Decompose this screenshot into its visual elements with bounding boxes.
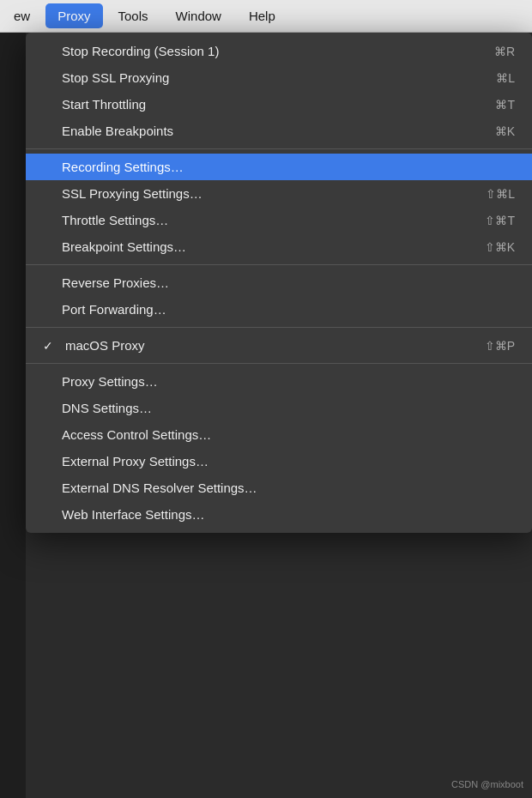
menu-item-label-proxy-settings: Proxy Settings… (43, 374, 158, 389)
menubar-item-tools[interactable]: Tools (106, 3, 160, 28)
menu-item-text-stop-recording: Stop Recording (Session 1) (62, 44, 219, 58)
menu-item-label-start-throttling: Start Throttling (43, 97, 146, 112)
menu-separator-after-macos-proxy (26, 363, 532, 364)
menu-item-text-access-control-settings: Access Control Settings… (62, 427, 211, 442)
menu-item-text-breakpoint-settings: Breakpoint Settings… (62, 239, 186, 254)
menu-item-label-recording-settings: Recording Settings… (43, 160, 184, 174)
menu-item-throttle-settings[interactable]: Throttle Settings…⇧⌘T (26, 207, 532, 233)
app-sidebar-strip (0, 33, 26, 798)
menu-item-label-reverse-proxies: Reverse Proxies… (43, 275, 169, 290)
menu-item-shortcut-breakpoint-settings: ⇧⌘K (485, 240, 515, 254)
menu-item-text-web-interface-settings: Web Interface Settings… (62, 507, 204, 522)
menu-item-shortcut-start-throttling: ⌘T (495, 98, 515, 112)
menu-item-label-external-dns-resolver: External DNS Resolver Settings… (43, 481, 257, 495)
menu-item-label-dns-settings: DNS Settings… (43, 401, 152, 415)
menu-item-start-throttling[interactable]: Start Throttling⌘T (26, 91, 532, 118)
checkmark-icon: ✓ (43, 339, 57, 353)
menu-item-label-stop-ssl: Stop SSL Proxying (43, 70, 169, 85)
menu-item-text-throttle-settings: Throttle Settings… (62, 213, 168, 227)
menu-item-label-external-proxy-settings: External Proxy Settings… (43, 454, 209, 469)
menu-item-label-breakpoint-settings: Breakpoint Settings… (43, 239, 186, 254)
menu-item-label-port-forwarding: Port Forwarding… (43, 302, 166, 317)
menubar: ew Proxy Tools Window Help (0, 0, 532, 33)
menu-item-text-dns-settings: DNS Settings… (62, 401, 152, 415)
menu-item-dns-settings[interactable]: DNS Settings… (26, 395, 532, 421)
menu-item-shortcut-throttle-settings: ⇧⌘T (485, 214, 515, 227)
menu-item-external-dns-resolver[interactable]: External DNS Resolver Settings… (26, 475, 532, 501)
menubar-item-proxy[interactable]: Proxy (45, 3, 102, 28)
menubar-item-help[interactable]: Help (237, 3, 287, 28)
menu-item-text-port-forwarding: Port Forwarding… (62, 302, 166, 317)
menu-separator-after-port-forwarding (26, 327, 532, 328)
menubar-item-ew[interactable]: ew (2, 3, 42, 28)
menu-item-label-access-control-settings: Access Control Settings… (43, 427, 211, 442)
menu-item-text-recording-settings: Recording Settings… (62, 160, 184, 174)
menu-item-label-enable-breakpoints: Enable Breakpoints (43, 124, 173, 138)
menu-item-shortcut-ssl-proxying-settings: ⇧⌘L (486, 187, 515, 201)
menu-item-recording-settings[interactable]: Recording Settings… (26, 154, 532, 180)
menu-item-text-ssl-proxying-settings: SSL Proxying Settings… (62, 186, 203, 201)
menu-item-shortcut-enable-breakpoints: ⌘K (495, 124, 515, 138)
menu-item-stop-recording[interactable]: Stop Recording (Session 1)⌘R (26, 38, 532, 64)
menu-item-label-stop-recording: Stop Recording (Session 1) (43, 44, 219, 58)
menu-separator-after-breakpoint-settings (26, 264, 532, 265)
menu-item-ssl-proxying-settings[interactable]: SSL Proxying Settings…⇧⌘L (26, 180, 532, 207)
menu-item-text-stop-ssl: Stop SSL Proxying (62, 70, 169, 85)
proxy-dropdown-menu: Stop Recording (Session 1)⌘RStop SSL Pro… (26, 33, 532, 533)
menu-item-text-start-throttling: Start Throttling (62, 97, 146, 112)
menu-item-label-throttle-settings: Throttle Settings… (43, 213, 168, 227)
menu-item-text-reverse-proxies: Reverse Proxies… (62, 275, 169, 290)
menu-item-port-forwarding[interactable]: Port Forwarding… (26, 296, 532, 323)
menu-item-macos-proxy[interactable]: ✓macOS Proxy⇧⌘P (26, 332, 532, 359)
menu-item-shortcut-stop-ssl: ⌘L (496, 71, 515, 85)
menu-item-enable-breakpoints[interactable]: Enable Breakpoints⌘K (26, 118, 532, 144)
menu-item-shortcut-stop-recording: ⌘R (494, 45, 515, 58)
menu-item-label-web-interface-settings: Web Interface Settings… (43, 507, 204, 522)
menu-item-text-macos-proxy: macOS Proxy (65, 338, 145, 353)
menu-separator-after-enable-breakpoints (26, 148, 532, 149)
menu-item-stop-ssl[interactable]: Stop SSL Proxying⌘L (26, 64, 532, 91)
menu-item-reverse-proxies[interactable]: Reverse Proxies… (26, 269, 532, 296)
watermark: CSDN @mixboot (451, 779, 523, 789)
menu-item-proxy-settings[interactable]: Proxy Settings… (26, 368, 532, 395)
menu-item-access-control-settings[interactable]: Access Control Settings… (26, 421, 532, 448)
menu-item-external-proxy-settings[interactable]: External Proxy Settings… (26, 448, 532, 475)
menu-item-text-external-dns-resolver: External DNS Resolver Settings… (62, 481, 257, 495)
menubar-item-window[interactable]: Window (164, 3, 233, 28)
menu-item-label-macos-proxy: ✓macOS Proxy (43, 338, 145, 353)
menu-item-breakpoint-settings[interactable]: Breakpoint Settings…⇧⌘K (26, 233, 532, 260)
menu-item-text-proxy-settings: Proxy Settings… (62, 374, 158, 389)
menu-item-label-ssl-proxying-settings: SSL Proxying Settings… (43, 186, 203, 201)
menu-item-web-interface-settings[interactable]: Web Interface Settings… (26, 501, 532, 528)
menu-item-text-enable-breakpoints: Enable Breakpoints (62, 124, 173, 138)
menu-item-shortcut-macos-proxy: ⇧⌘P (485, 339, 515, 353)
menu-item-text-external-proxy-settings: External Proxy Settings… (62, 454, 209, 469)
